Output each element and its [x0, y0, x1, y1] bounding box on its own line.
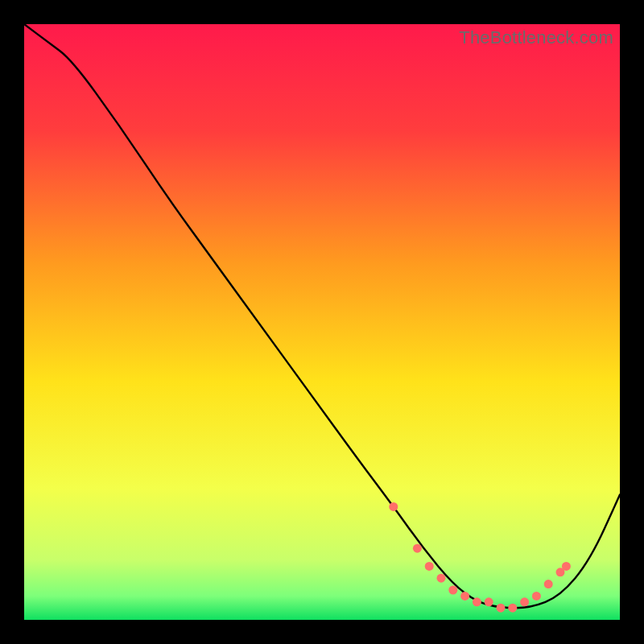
marker-dot [485, 597, 493, 606]
marker-dot [532, 592, 541, 601]
marker-dot [473, 597, 481, 606]
chart-canvas [24, 24, 620, 620]
marker-dot [520, 597, 529, 606]
gradient-background [24, 24, 620, 620]
marker-dot [448, 586, 457, 595]
marker-dot [508, 604, 517, 613]
marker-dot [437, 574, 446, 583]
marker-dot [544, 580, 553, 588]
chart-frame: TheBottleneck.com [24, 24, 620, 620]
watermark-text: TheBottleneck.com [459, 27, 613, 48]
marker-dot [460, 592, 469, 601]
marker-dot [413, 544, 422, 553]
marker-dot [562, 562, 571, 571]
marker-dot [497, 604, 506, 613]
marker-dot [389, 502, 398, 511]
marker-dot [425, 562, 434, 571]
